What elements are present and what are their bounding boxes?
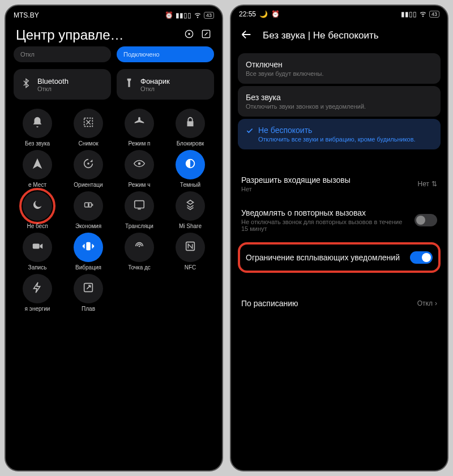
nfc-icon (184, 240, 196, 255)
toggle-record[interactable]: Запись (14, 233, 61, 271)
toggle-circle (125, 191, 154, 221)
float-icon (82, 281, 95, 296)
airplane-icon (133, 116, 146, 131)
svg-point-13 (139, 246, 140, 247)
clock-label: 22:55 (239, 10, 256, 18)
toggle-bell[interactable]: Без звука (14, 109, 61, 147)
toggle-circle (23, 274, 52, 303)
edit-icon[interactable] (200, 28, 212, 42)
toggle-rotation[interactable]: Ориентаци (65, 150, 112, 188)
toggle-circle (176, 233, 205, 262)
toggle-label: Без звука (25, 140, 50, 147)
toggle-circle (74, 191, 103, 221)
toggle-mishare[interactable]: Mi Share (166, 191, 214, 229)
toggle-label: Режим п (128, 140, 150, 147)
toggle-airplane[interactable]: Режим п (116, 109, 163, 147)
toggle-float[interactable]: Плав (65, 274, 112, 312)
toggle-label: Ориентаци (74, 182, 102, 188)
svg-rect-8 (92, 204, 93, 206)
toggle-label: Запись (28, 264, 47, 271)
option-desc: Отключить звуки звонков и уведомлений. (246, 103, 433, 110)
toggle-circle (176, 109, 205, 138)
page-title: Без звука | Не беспокоить (263, 30, 379, 41)
option-card[interactable]: Без звукаОтключить звуки звонков и уведо… (238, 86, 441, 117)
toggle-label: Плав (82, 306, 95, 312)
screenshot-icon (82, 116, 95, 131)
toggle-dark[interactable]: Темный (166, 150, 214, 188)
bell-icon (31, 116, 44, 131)
toggle-screenshot[interactable]: Снимок (65, 109, 112, 147)
toggle-location[interactable]: е Мест (14, 150, 61, 188)
settings-icon[interactable] (183, 28, 195, 42)
toggle-eye[interactable]: Режим ч (116, 150, 163, 188)
toggle-circle (23, 191, 52, 221)
toggle-cast[interactable]: Трансляци (116, 191, 163, 229)
toggle-circle (74, 109, 103, 138)
switch-off[interactable] (414, 214, 437, 226)
tile-sub: Откл (37, 85, 69, 92)
location-icon (31, 157, 44, 172)
back-icon[interactable] (240, 28, 253, 43)
toggle-label: Темный (180, 182, 200, 188)
eye-icon (133, 157, 146, 172)
option-title: Отключен (246, 60, 433, 69)
toggle-label: NFC (185, 264, 196, 271)
setting-value-small: Нет (241, 186, 351, 192)
toggle-nfc[interactable]: NFC (166, 233, 214, 271)
cast-icon (133, 199, 146, 213)
toggle-label: я энергии (25, 306, 50, 312)
switch-on[interactable] (410, 251, 433, 264)
bluetooth-tile[interactable]: Bluetooth Откл (14, 69, 111, 100)
bluetooth-icon (20, 78, 32, 91)
moon-icon: 🌙 (259, 10, 268, 18)
tile-connected[interactable]: Подключено (117, 46, 214, 62)
allow-calls-row[interactable]: Разрешить входящие вызовы Нет Нет ⇅ (231, 168, 447, 200)
carrier-label: MTS.BY (14, 11, 39, 19)
chevron-right-icon: › (435, 299, 437, 307)
tile-unknown-off[interactable]: Откл (14, 46, 111, 62)
svg-rect-10 (138, 208, 141, 209)
control-center-screen: MTS.BY ⏰ ▮▮▯▯ 43 Центр управле… Откл Под (5, 5, 223, 471)
toggle-lock[interactable]: Блокировк (166, 109, 214, 147)
tile-sub: Откл (140, 85, 170, 92)
tile-title: Фонарик (140, 77, 170, 85)
toggle-vibration[interactable]: Вибрация (65, 233, 112, 271)
toggle-hotspot[interactable]: Точка дс (116, 233, 163, 271)
toggle-circle (176, 150, 205, 179)
toggle-circle (23, 150, 52, 179)
svg-point-5 (138, 162, 141, 165)
toggle-circle (23, 109, 52, 138)
updown-icon: ⇅ (431, 180, 437, 188)
control-center-header: Центр управле… (6, 22, 222, 46)
status-bar: MTS.BY ⏰ ▮▮▯▯ 43 (6, 6, 222, 22)
option-dnd[interactable]: Не беспокоитьОтключить все звуки и вибра… (238, 119, 441, 149)
moon-icon (31, 199, 44, 213)
toggle-moon[interactable]: Не бесп (14, 191, 61, 229)
value-control[interactable]: Откл › (417, 299, 437, 307)
option-card[interactable]: ОтключенВсе звуки будут включены. (238, 53, 441, 84)
toggle-battery[interactable]: Экономия (65, 191, 112, 229)
record-icon (31, 240, 44, 255)
tile-sub: Откл (20, 51, 35, 58)
toggle-circle (23, 233, 52, 262)
mode-options-group: ОтключенВсе звуки будут включены.Без зву… (231, 53, 447, 149)
flashlight-tile[interactable]: Фонарик Откл (117, 69, 214, 100)
top-tiles-partial: Откл Подключено (6, 46, 222, 67)
popup-limit-row: Ограничение всплывающих уведомлений (237, 241, 442, 274)
battery-label: 43 (429, 11, 439, 18)
vibration-icon (82, 240, 95, 255)
rotation-icon (82, 157, 95, 172)
value-control[interactable]: Нет ⇅ (418, 180, 437, 188)
option-desc: Отключить все звуки и вибрацию, кроме бу… (258, 136, 416, 143)
setting-title: Уведомлять о повторных вызовах (241, 208, 409, 217)
signal-icon: ▮▮▯▯ (176, 11, 191, 19)
alarm-icon: ⏰ (271, 10, 280, 18)
toggle-circle (74, 233, 103, 262)
tile-title: Bluetooth (37, 77, 69, 85)
schedule-row[interactable]: По расписанию Откл › (231, 291, 447, 316)
repeat-calls-row[interactable]: Уведомлять о повторных вызовах Не отключ… (231, 200, 447, 240)
toggle-circle (176, 191, 205, 221)
wifi-icon (194, 11, 202, 20)
setting-desc: Не отключать звонок для повторных вызово… (241, 218, 409, 232)
toggle-energy[interactable]: я энергии (14, 274, 61, 312)
